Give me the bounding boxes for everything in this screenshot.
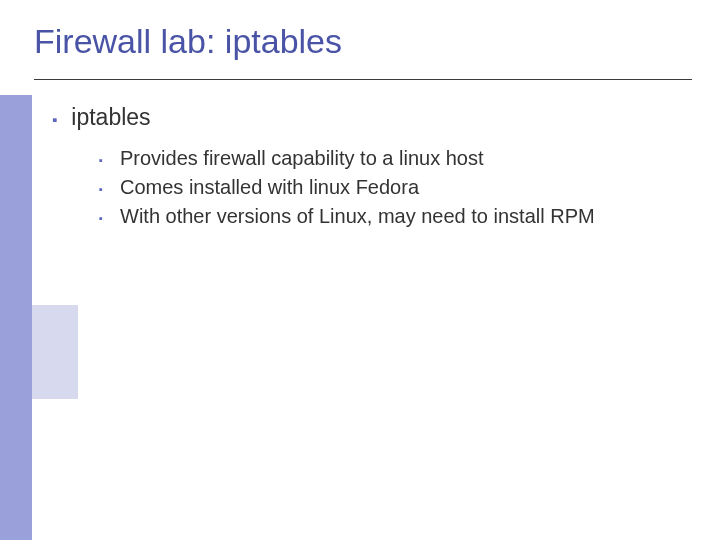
bullet-level1-text: iptables xyxy=(71,104,150,132)
bullet-level2-text: With other versions of Linux, may need t… xyxy=(120,204,595,230)
bullet-level2: ▪ Provides firewall capability to a linu… xyxy=(96,146,680,173)
slide-body: ▪ iptables ▪ Provides firewall capabilit… xyxy=(52,104,680,233)
slide: Firewall lab: iptables ▪ iptables ▪ Prov… xyxy=(0,0,720,540)
bullet-level1: ▪ iptables xyxy=(52,104,680,134)
left-accent-bar-light xyxy=(32,305,78,399)
bullet-level2-text: Comes installed with linux Fedora xyxy=(120,175,419,201)
title-underline xyxy=(34,79,692,80)
sub-bullet-list: ▪ Provides firewall capability to a linu… xyxy=(96,146,680,231)
slide-title: Firewall lab: iptables xyxy=(34,22,342,61)
bullet-level2: ▪ Comes installed with linux Fedora xyxy=(96,175,680,202)
left-accent-bar-dark xyxy=(0,95,32,540)
square-bullet-icon: ▪ xyxy=(96,146,106,173)
square-bullet-icon: ▪ xyxy=(96,204,106,231)
bullet-level2-text: Provides firewall capability to a linux … xyxy=(120,146,484,172)
bullet-level2: ▪ With other versions of Linux, may need… xyxy=(96,204,680,231)
square-bullet-icon: ▪ xyxy=(96,175,106,202)
square-bullet-icon: ▪ xyxy=(52,104,57,134)
